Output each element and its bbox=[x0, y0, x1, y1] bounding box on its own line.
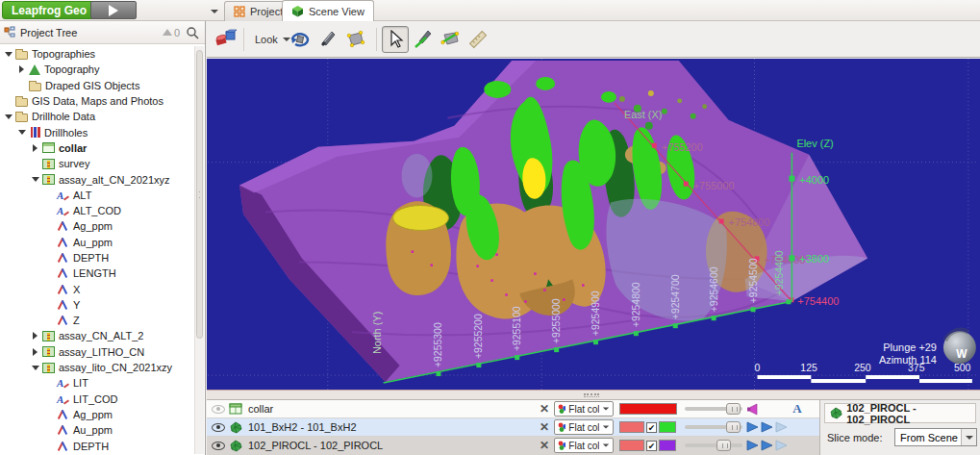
draw-slicer-line-tool[interactable] bbox=[411, 26, 438, 53]
cone-icon[interactable] bbox=[761, 440, 773, 451]
clear-scene-button[interactable] bbox=[213, 26, 239, 53]
tree-item-length[interactable]: LENGTH bbox=[0, 265, 194, 281]
tree-item-assay-lito[interactable]: assay_lito_CN_2021xzy bbox=[0, 360, 194, 375]
colour-mode-dropdown[interactable]: Flat col... bbox=[554, 438, 614, 453]
select-dropdown-button[interactable] bbox=[961, 429, 976, 445]
expander-icon[interactable] bbox=[30, 366, 40, 370]
rgb-balls-icon bbox=[558, 404, 565, 414]
opacity-slider[interactable] bbox=[685, 402, 742, 416]
slice-mode-select[interactable]: From Scene bbox=[894, 428, 977, 446]
opacity-slider[interactable] bbox=[685, 420, 742, 434]
cone-icon-disabled[interactable] bbox=[775, 421, 788, 433]
numeric-column-icon bbox=[56, 424, 69, 436]
colour-mode-dropdown[interactable]: Flat col... bbox=[554, 419, 614, 435]
tab-scene-view[interactable]: Scene View bbox=[282, 0, 374, 21]
tree-item-draped-gis[interactable]: Draped GIS Objects bbox=[0, 78, 194, 93]
expander-icon[interactable] bbox=[16, 130, 27, 135]
tree-item-label: Y bbox=[73, 299, 80, 311]
colour-swatch-red[interactable] bbox=[619, 403, 677, 415]
legend-horn-icon[interactable] bbox=[746, 403, 761, 416]
tree-item-survey[interactable]: survey bbox=[0, 156, 194, 171]
tree-item-gis-data[interactable]: GIS Data, Maps and Photos bbox=[0, 93, 194, 109]
slider-handle[interactable] bbox=[716, 440, 731, 451]
text-format-icon[interactable]: A bbox=[789, 401, 806, 417]
rotate-scene-tool[interactable] bbox=[287, 26, 314, 53]
scrollbar-thumb[interactable] bbox=[196, 50, 203, 339]
expander-icon[interactable] bbox=[30, 177, 40, 182]
expander-icon[interactable] bbox=[3, 114, 13, 119]
shape-row-collar[interactable]: collar ✕ Flat col... A bbox=[207, 400, 819, 418]
tree-item-assay-litho[interactable]: assay_LITHO_CN bbox=[0, 344, 194, 360]
tree-item-topography[interactable]: Topography bbox=[0, 62, 194, 77]
project-tree-title: Project Tree bbox=[20, 27, 77, 38]
inside-checkbox[interactable]: ✔ bbox=[646, 441, 657, 451]
cone-icon[interactable] bbox=[746, 440, 759, 451]
tree-item-assay-alt[interactable]: assay_alt_CN_2021xyz bbox=[0, 171, 194, 187]
scene-3d-viewport[interactable]: East (X) +755200 +755000 +754800 +754600… bbox=[207, 59, 980, 390]
tree-item-au-ppm2[interactable]: Au_ppm bbox=[0, 422, 194, 438]
draw-plane-line-tool[interactable] bbox=[438, 26, 465, 53]
tree-item-lit[interactable]: LIT bbox=[0, 375, 194, 391]
tree-item-alt-cod[interactable]: ALT_COD bbox=[0, 203, 194, 218]
colour-swatch-red[interactable] bbox=[619, 440, 644, 451]
visibility-eye-icon[interactable] bbox=[212, 442, 225, 450]
shape-row-102-pirocl[interactable]: 102_PIROCL - 102_PIROCL ✕ Flat col... ✔ bbox=[207, 437, 819, 455]
undo-jump-button[interactable]: 0 bbox=[163, 27, 180, 38]
slider-handle[interactable] bbox=[726, 403, 741, 415]
tree-item-ag-ppm[interactable]: Ag_ppm bbox=[0, 218, 194, 234]
opacity-slider[interactable] bbox=[685, 439, 742, 452]
colour-swatch-purple[interactable] bbox=[659, 440, 676, 451]
numeric-column-icon bbox=[56, 315, 69, 326]
colour-swatch-red[interactable] bbox=[619, 421, 644, 433]
tree-scrollbar[interactable] bbox=[194, 46, 204, 454]
inside-checkbox[interactable]: ✔ bbox=[646, 422, 657, 433]
expander-icon[interactable] bbox=[30, 144, 40, 152]
colour-swatch-green[interactable] bbox=[659, 421, 676, 433]
chevron-down-icon bbox=[603, 425, 609, 428]
cone-icon-disabled[interactable] bbox=[775, 440, 788, 451]
tree-item-drillhole-data[interactable]: Drillhole Data bbox=[0, 109, 194, 124]
tree-item-depth[interactable]: DEPTH bbox=[0, 250, 194, 265]
shape-row-101-bxh2[interactable]: 101_BxH2 - 101_BxH2 ✕ Flat col... ✔ bbox=[207, 418, 819, 437]
slicer-tool[interactable] bbox=[315, 26, 342, 53]
north-axis-name: North (Y) bbox=[371, 312, 383, 354]
moving-plane-tool[interactable] bbox=[342, 26, 369, 53]
search-icon[interactable] bbox=[186, 26, 199, 39]
projects-grid-icon bbox=[234, 6, 245, 17]
horizontal-splitter[interactable] bbox=[207, 390, 980, 399]
tree-item-x[interactable]: X bbox=[0, 281, 194, 296]
slider-handle[interactable] bbox=[726, 421, 741, 433]
ruler-tool[interactable] bbox=[465, 26, 491, 53]
north-tick-label: +9254800 bbox=[631, 282, 641, 327]
cone-icon[interactable] bbox=[761, 421, 773, 433]
tree-item-alt[interactable]: ALT bbox=[0, 188, 194, 203]
colour-mode-dropdown[interactable]: Flat col... bbox=[554, 401, 614, 417]
visibility-eye-icon[interactable] bbox=[212, 423, 225, 432]
tree-item-assay-cn-alt2[interactable]: assay_CN_ALT_2 bbox=[0, 328, 194, 343]
splitter-grip-icon bbox=[584, 393, 599, 397]
tree-item-topographies[interactable]: Topographies bbox=[0, 46, 194, 62]
play-button[interactable] bbox=[90, 1, 137, 19]
tree-item-lit-cod[interactable]: LIT_COD bbox=[0, 392, 194, 407]
remove-shape-icon[interactable]: ✕ bbox=[537, 439, 552, 452]
tree-item-collar[interactable]: collar bbox=[0, 140, 194, 156]
tree-item-label: assay_LITHO_CN bbox=[59, 346, 144, 358]
tree-item-drillholes[interactable]: Drillholes bbox=[0, 124, 194, 139]
tree-item-depth2[interactable]: DEPTH bbox=[0, 438, 194, 453]
expander-icon[interactable] bbox=[30, 332, 40, 340]
tree-item-ag-ppm2[interactable]: Ag_ppm bbox=[0, 407, 194, 422]
expander-icon[interactable] bbox=[16, 65, 27, 73]
compass-ball[interactable]: W bbox=[943, 330, 976, 364]
table-icon bbox=[42, 142, 55, 153]
visibility-eye-icon[interactable] bbox=[212, 405, 225, 414]
tab-list-dropdown[interactable] bbox=[209, 6, 220, 17]
cone-icon[interactable] bbox=[746, 421, 759, 433]
tree-item-z[interactable]: Z bbox=[0, 313, 194, 328]
tree-item-au-ppm[interactable]: Au_ppm bbox=[0, 235, 194, 250]
expander-icon[interactable] bbox=[30, 348, 40, 356]
tree-item-y[interactable]: Y bbox=[0, 297, 194, 313]
remove-shape-icon[interactable]: ✕ bbox=[537, 402, 552, 416]
select-tool[interactable] bbox=[382, 26, 409, 53]
expander-icon[interactable] bbox=[3, 52, 13, 57]
remove-shape-icon[interactable]: ✕ bbox=[537, 420, 552, 434]
